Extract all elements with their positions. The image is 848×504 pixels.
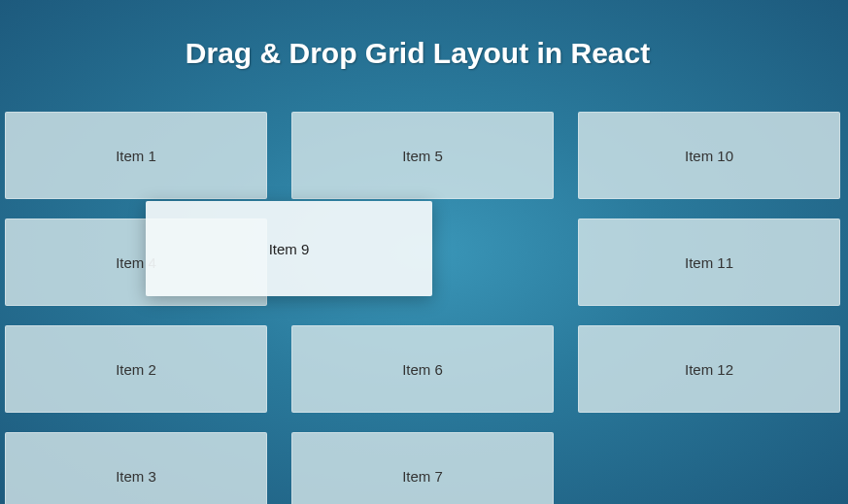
grid-item[interactable]: Item 6 (291, 325, 554, 413)
page-title: Drag & Drop Grid Layout in React (0, 0, 835, 70)
grid-item[interactable]: Item 5 (291, 112, 554, 199)
grid-item[interactable]: Item 7 (291, 432, 554, 504)
dragging-item[interactable]: Item 9 (146, 201, 432, 296)
grid-item[interactable]: Item 10 (578, 112, 840, 199)
grid-item[interactable]: Item 11 (578, 218, 840, 306)
grid-item[interactable]: Item 2 (5, 325, 267, 413)
grid-item[interactable]: Item 1 (5, 112, 267, 199)
grid-item[interactable]: Item 12 (578, 325, 840, 413)
grid-item[interactable]: Item 3 (5, 432, 267, 504)
